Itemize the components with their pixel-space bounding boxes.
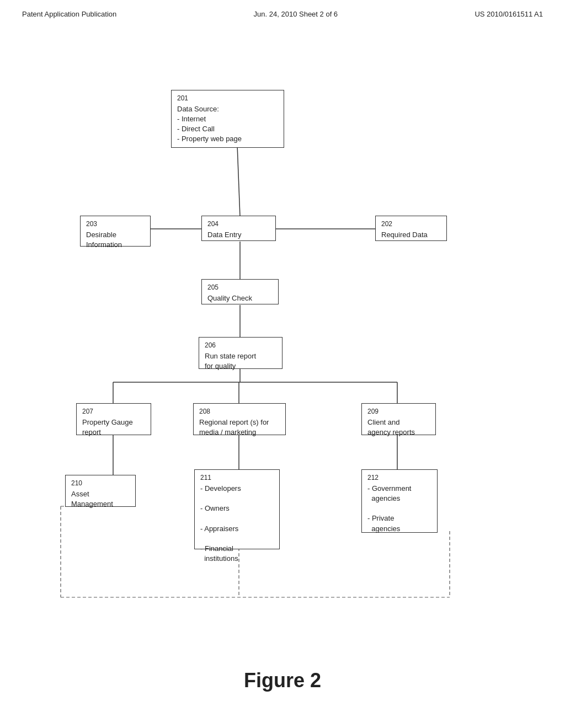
box-207-num: 207 [82,407,145,416]
box-211: 211 - Developers- Owners- Appraisers- Fi… [194,469,280,549]
svg-line-0 [237,145,240,217]
box-212: 212 - Government agencies- Private agenc… [361,469,438,533]
box-211-content: - Developers- Owners- Appraisers- Financ… [200,484,241,563]
box-206-num: 206 [205,341,276,350]
box-211-num: 211 [200,473,274,483]
box-201: 201 Data Source:- Internet- Direct Call-… [171,90,284,148]
box-208-content: Regional report (s) formedia / marketing [199,418,269,436]
header-left: Patent Application Publication [22,10,116,18]
box-209: 209 Client andagency reports [361,403,436,435]
box-212-num: 212 [367,473,431,483]
figure-label: Figure 2 [0,658,565,709]
diagram-area: 201 Data Source:- Internet- Direct Call-… [0,24,565,658]
box-204-content: Data Entry [207,231,241,239]
box-203-content: DesirableInformation [86,231,122,249]
box-210-num: 210 [71,479,130,488]
box-210: 210 AssetManagement [65,475,136,507]
box-207: 207 Property Gaugereport [76,403,151,435]
box-202-content: Required Data [381,231,428,239]
box-203-num: 203 [86,220,145,229]
box-201-content: Data Source:- Internet- Direct Call- Pro… [177,105,242,143]
box-210-content: AssetManagement [71,490,113,508]
box-205-num: 205 [207,283,273,292]
box-204-num: 204 [207,220,270,229]
box-209-content: Client andagency reports [367,418,415,436]
box-207-content: Property Gaugereport [82,418,133,436]
box-206-content: Run state reportfor quality [205,352,256,370]
page-header: Patent Application Publication Jun. 24, … [0,0,565,18]
box-203: 203 DesirableInformation [80,216,151,247]
header-right: US 2010/0161511 A1 [475,10,543,18]
box-208: 208 Regional report (s) formedia / marke… [193,403,286,435]
box-204: 204 Data Entry [201,216,276,241]
box-212-content: - Government agencies- Private agencies [367,484,411,533]
box-208-num: 208 [199,407,280,416]
box-206: 206 Run state reportfor quality [199,337,282,369]
box-205-content: Quality Check [207,294,252,302]
box-205: 205 Quality Check [201,279,279,304]
box-202: 202 Required Data [375,216,447,241]
box-201-num: 201 [177,94,278,103]
box-209-num: 209 [367,407,430,416]
header-middle: Jun. 24, 2010 Sheet 2 of 6 [254,10,338,18]
box-202-num: 202 [381,220,441,229]
